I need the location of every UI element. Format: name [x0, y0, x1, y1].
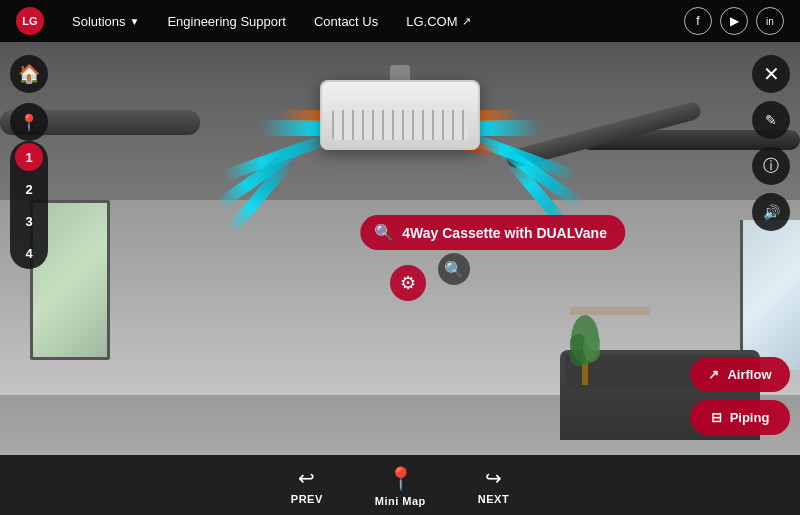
chevron-down-icon: ▼ [129, 16, 139, 27]
nav-social-icons: f ▶ in [684, 7, 784, 35]
sound-icon: 🔊 [763, 204, 780, 220]
scene-4-label: 4 [25, 246, 32, 261]
info-icon: ⓘ [763, 156, 779, 177]
left-sidebar: 🏠 📍 1 2 3 4 [10, 55, 48, 269]
nav-engineering-support[interactable]: Engineering Support [153, 0, 300, 42]
edit-button[interactable]: ✎ [752, 101, 790, 139]
facebook-icon-btn[interactable]: f [684, 7, 712, 35]
gear-hotspot[interactable]: ⚙ [390, 265, 426, 301]
airflow-icon: ↗ [708, 367, 719, 382]
nav-links: Solutions ▼ Engineering Support Contact … [58, 0, 485, 42]
scene-2-label: 2 [25, 182, 32, 197]
nav-lg-com[interactable]: LG.COM ↗ [392, 0, 484, 42]
nav-solutions[interactable]: Solutions ▼ [58, 0, 153, 42]
plant [570, 305, 600, 385]
lg-com-label: LG.COM [406, 14, 457, 29]
right-window [740, 220, 800, 370]
scene-3-button[interactable]: 3 [10, 205, 48, 237]
external-link-icon: ↗ [462, 15, 471, 28]
right-sidebar: ✕ ✎ ⓘ 🔊 [752, 55, 790, 231]
close-button[interactable]: ✕ [752, 55, 790, 93]
engineering-support-label: Engineering Support [167, 14, 286, 29]
linkedin-icon: in [766, 16, 774, 27]
minimap-label: Mini Map [375, 495, 426, 507]
minimap-button[interactable]: 📍 Mini Map [347, 463, 454, 507]
location-section: 📍 1 2 3 4 [10, 103, 48, 269]
search-icon: 🔍 [374, 223, 394, 242]
info-button[interactable]: ⓘ [752, 147, 790, 185]
piping-icon: ⊟ [711, 410, 722, 425]
next-icon: ↪ [485, 466, 502, 490]
location-icon: 📍 [19, 113, 39, 132]
piping-button[interactable]: ⊟ Piping [690, 400, 790, 435]
product-name: 4Way Cassette with DUALVane [402, 225, 607, 241]
next-label: NEXT [478, 493, 509, 505]
piping-label: Piping [730, 410, 770, 425]
prev-label: PREV [291, 493, 323, 505]
product-label[interactable]: 🔍 4Way Cassette with DUALVane [360, 215, 625, 250]
location-button[interactable]: 📍 [10, 103, 48, 141]
ac-unit [320, 80, 480, 160]
search-hotspot[interactable]: 🔍 [438, 253, 470, 285]
minimap-icon: 📍 [384, 463, 416, 495]
scene-2-button[interactable]: 2 [10, 173, 48, 205]
gear-icon: ⚙ [400, 272, 416, 294]
navbar: LG Solutions ▼ Engineering Support Conta… [0, 0, 800, 42]
lg-logo-circle: LG [16, 7, 44, 35]
airflow-button[interactable]: ↗ Airflow [690, 357, 790, 392]
nav-contact-us[interactable]: Contact Us [300, 0, 392, 42]
edit-icon: ✎ [765, 112, 777, 128]
logo: LG [16, 7, 48, 35]
sound-button[interactable]: 🔊 [752, 193, 790, 231]
youtube-icon: ▶ [730, 14, 739, 28]
right-actions: ↗ Airflow ⊟ Piping [690, 357, 790, 435]
prev-icon: ↩ [298, 466, 315, 490]
solutions-label: Solutions [72, 14, 125, 29]
contact-us-label: Contact Us [314, 14, 378, 29]
scene-1-button[interactable]: 1 [15, 143, 43, 171]
close-icon: ✕ [763, 62, 780, 86]
youtube-icon-btn[interactable]: ▶ [720, 7, 748, 35]
scene-3-label: 3 [25, 214, 32, 229]
facebook-icon: f [696, 14, 699, 28]
next-button[interactable]: ↪ NEXT [454, 466, 533, 505]
scene-1-label: 1 [25, 150, 32, 165]
home-icon: 🏠 [18, 63, 40, 85]
bottom-controls: ↩ PREV 📍 Mini Map ↪ NEXT [0, 455, 800, 515]
search-icon-small: 🔍 [444, 260, 464, 279]
scene-number-list: 1 2 3 4 [10, 141, 48, 269]
prev-button[interactable]: ↩ PREV [267, 466, 347, 505]
airflow-label: Airflow [727, 367, 771, 382]
linkedin-icon-btn[interactable]: in [756, 7, 784, 35]
scene-4-button[interactable]: 4 [10, 237, 48, 269]
ac-body [320, 80, 480, 150]
home-button[interactable]: 🏠 [10, 55, 48, 93]
